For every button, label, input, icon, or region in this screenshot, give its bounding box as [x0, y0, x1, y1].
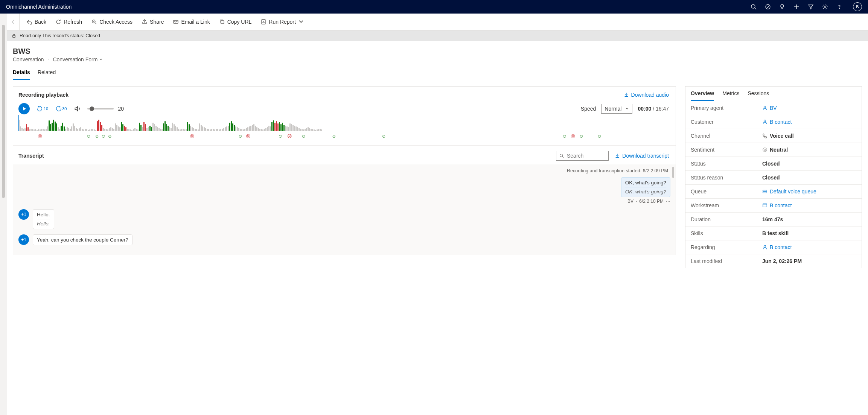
download-audio-button[interactable]: Download audio [624, 92, 669, 98]
tab-details[interactable]: Details [13, 69, 30, 80]
slider-value: 20 [118, 106, 124, 112]
play-button[interactable] [18, 103, 30, 114]
check-access-button[interactable]: Check Access [87, 16, 136, 28]
wave-bar [136, 129, 137, 131]
refresh-button[interactable]: Refresh [52, 16, 86, 28]
download-transcript-button[interactable]: Download transcript [615, 153, 669, 159]
rp-tab-overview[interactable]: Overview [691, 90, 714, 101]
wave-bar [222, 129, 223, 131]
copy-url-button[interactable]: Copy URL [215, 16, 256, 28]
svg-point-19 [765, 149, 766, 149]
wave-bar [64, 126, 65, 131]
caller-avatar: +1 [18, 234, 29, 245]
wave-bar [100, 122, 101, 131]
agent-bubble[interactable]: OK, what's going? OK, what's going? [621, 177, 670, 197]
back-button[interactable]: Back [23, 16, 50, 28]
transcript-search-input[interactable] [567, 153, 605, 159]
wave-bar [315, 130, 316, 131]
user-avatar[interactable]: B [853, 2, 862, 11]
gear-icon[interactable] [822, 4, 828, 10]
wave-bar [106, 129, 107, 131]
page-title: BWS [13, 47, 862, 56]
readonly-banner: Read-only This record's status: Closed [7, 30, 868, 41]
wave-bar [46, 129, 47, 131]
search-icon [559, 153, 564, 158]
wave-bar [190, 126, 191, 131]
wave-bar [41, 129, 42, 131]
volume-button[interactable] [74, 105, 81, 112]
primary-agent-value[interactable]: BV [762, 105, 777, 111]
sentiment-row: ☹☺☺☺☺☹☺☹☺☹☺☺☺☺☹☺☺ [18, 132, 669, 140]
run-report-button[interactable]: Run Report [257, 16, 308, 28]
wave-bar [291, 124, 292, 131]
help-icon[interactable] [836, 4, 842, 10]
wave-bar [231, 121, 232, 131]
search-icon[interactable] [751, 4, 757, 10]
rewind-10-button[interactable]: 10 [37, 105, 48, 112]
entity-name: Conversation [13, 56, 44, 62]
speed-select[interactable]: Normal [601, 104, 632, 114]
wave-bar [294, 126, 295, 131]
wave-bar [91, 129, 92, 131]
wave-bar [59, 129, 60, 131]
wave-bar [146, 128, 148, 131]
wave-bar [229, 123, 230, 131]
wave-bar [255, 126, 256, 131]
workstream-value[interactable]: B contact [762, 202, 792, 208]
rp-tab-metrics[interactable]: Metrics [722, 90, 739, 101]
neutral-face-icon [762, 147, 767, 152]
rp-tab-sessions[interactable]: Sessions [748, 90, 769, 101]
share-label: Share [150, 19, 164, 25]
playhead-marker[interactable] [18, 115, 19, 131]
scrollbar-left[interactable] [0, 14, 7, 274]
wave-bar [204, 127, 205, 131]
back-arrow-icon[interactable] [7, 14, 20, 30]
wave-bar [104, 129, 105, 131]
wave-bar [98, 120, 99, 131]
wave-bar [288, 127, 289, 131]
wave-bar [302, 129, 303, 131]
sentiment-negative-icon: ☹ [571, 134, 576, 139]
wave-bar [184, 129, 185, 131]
wave-bar [210, 129, 211, 131]
wave-bar [292, 125, 294, 131]
sentiment-negative-icon: ☹ [246, 134, 251, 139]
download-icon [615, 153, 620, 158]
transcript-scrollbar[interactable] [672, 167, 674, 178]
tab-related[interactable]: Related [38, 69, 56, 80]
regarding-value[interactable]: B contact [762, 244, 792, 250]
volume-slider[interactable] [87, 108, 114, 109]
wave-bar [164, 121, 166, 131]
separator-dot: · [48, 56, 49, 62]
queue-value[interactable]: Default voice queue [762, 188, 816, 195]
wave-bar [122, 124, 123, 131]
task-check-icon[interactable] [765, 4, 771, 10]
wave-bar [268, 126, 270, 131]
forward-30-button[interactable]: 30 [55, 105, 67, 112]
wave-bar [67, 127, 68, 131]
transcript-title: Transcript [18, 153, 44, 159]
meta-more[interactable]: ⋯ [666, 199, 670, 204]
wave-bar [95, 130, 96, 131]
wave-bar [234, 125, 235, 131]
email-link-button[interactable]: Email a Link [169, 16, 213, 28]
svg-point-2 [766, 5, 770, 9]
wave-bar [143, 122, 145, 131]
waveform[interactable] [18, 116, 669, 131]
share-button[interactable]: Share [138, 16, 168, 28]
caller-bubble-2[interactable]: Yeah, can you check the couple Cerner? [33, 234, 132, 245]
wave-bar [53, 120, 54, 131]
wave-bar [121, 122, 122, 131]
wave-bar [40, 129, 41, 131]
caller-bubble-1[interactable]: Hello. Hello. [33, 209, 54, 229]
wave-bar [109, 128, 110, 131]
wave-bar [267, 127, 268, 131]
skills-value: B test skill [762, 230, 789, 236]
form-selector[interactable]: Conversation Form [53, 56, 103, 62]
filter-icon[interactable] [808, 4, 814, 10]
wave-bar [21, 128, 23, 131]
lightbulb-icon[interactable] [779, 4, 785, 10]
plus-icon[interactable] [793, 4, 799, 10]
transcript-search[interactable] [556, 151, 609, 161]
customer-value[interactable]: B contact [762, 119, 792, 125]
